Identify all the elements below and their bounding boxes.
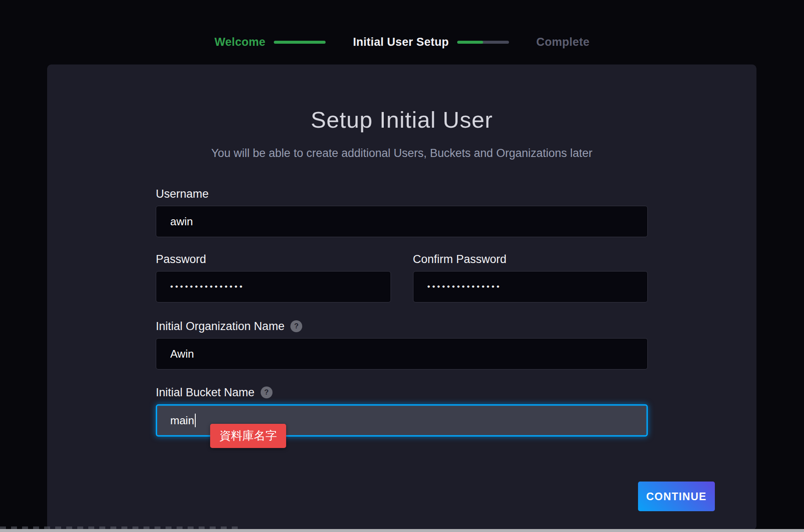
organization-help-icon[interactable]: ? xyxy=(290,320,302,332)
stepper-step-initial-user-setup: Initial User Setup xyxy=(353,36,509,49)
continue-button[interactable]: CONTINUE xyxy=(638,482,715,511)
step-welcome-progress-fill xyxy=(274,41,326,44)
page-subtitle: You will be able to create additional Us… xyxy=(47,146,756,160)
organization-input[interactable] xyxy=(156,338,648,370)
username-label: Username xyxy=(156,187,209,201)
password-field-group: Password xyxy=(156,252,391,302)
confirm-password-field-group: Confirm Password xyxy=(413,252,648,302)
stepper-step-welcome: Welcome xyxy=(214,36,326,49)
bucket-annotation-tooltip: 資料庫名字 xyxy=(210,424,286,448)
confirm-password-input[interactable] xyxy=(413,271,648,302)
bucket-input-value: main xyxy=(170,414,194,427)
step-initial-user-setup-label: Initial User Setup xyxy=(353,36,449,49)
password-label: Password xyxy=(156,252,206,266)
password-row: Password Confirm Password xyxy=(156,252,648,302)
onboarding-stepper: Welcome Initial User Setup Complete xyxy=(0,36,804,49)
setup-panel: Setup Initial User You will be able to c… xyxy=(47,64,756,530)
step-welcome-progress-bar xyxy=(274,41,326,44)
page-title: Setup Initial User xyxy=(47,108,756,131)
initial-user-form: Username Password Confirm Password In xyxy=(156,187,648,437)
step-complete-label: Complete xyxy=(536,36,589,49)
background-window-edge xyxy=(0,529,804,532)
confirm-password-label: Confirm Password xyxy=(413,252,507,266)
step-initial-user-setup-progress-fill xyxy=(457,41,483,44)
step-welcome-label: Welcome xyxy=(214,36,265,49)
username-input[interactable] xyxy=(156,206,648,237)
bucket-field-group: Initial Bucket Name ? main 資料庫名字 xyxy=(156,386,648,437)
bucket-label: Initial Bucket Name xyxy=(156,386,255,399)
stepper-step-complete: Complete xyxy=(536,36,589,49)
bucket-help-icon[interactable]: ? xyxy=(261,386,273,398)
password-input[interactable] xyxy=(156,271,391,302)
step-initial-user-setup-progress-bar xyxy=(457,41,509,44)
organization-field-group: Initial Organization Name ? xyxy=(156,319,648,370)
text-caret xyxy=(195,414,196,427)
organization-label: Initial Organization Name xyxy=(156,319,284,333)
username-field-group: Username xyxy=(156,187,648,237)
